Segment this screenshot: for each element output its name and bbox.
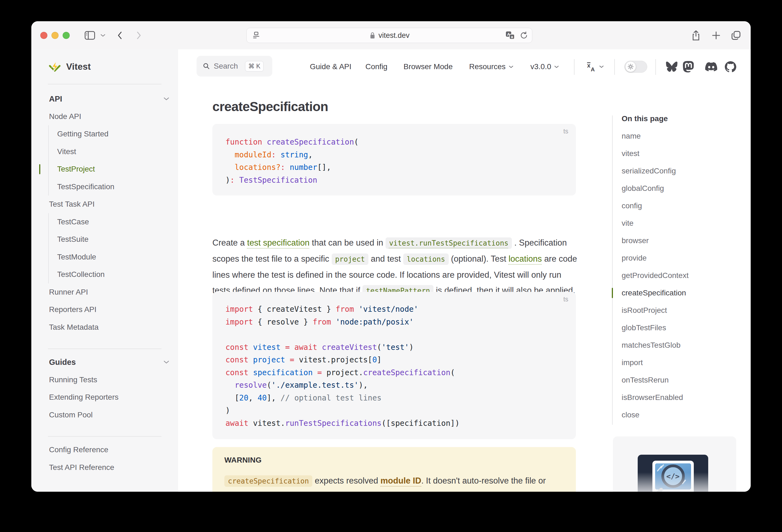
toc-item-browser[interactable]: browser (621, 232, 741, 249)
traffic-light-zoom[interactable] (63, 32, 70, 39)
sidebar-item-custom-pool[interactable]: Custom Pool (31, 406, 178, 424)
inline-code: project (332, 253, 369, 265)
toc-active-marker (612, 288, 613, 298)
back-icon (117, 31, 123, 40)
nav-link-v3-0-0[interactable]: v3.0.0 (530, 49, 559, 84)
theme-toggle[interactable] (624, 61, 647, 73)
code-block-example[interactable]: ts import { createVitest } from 'vitest/… (212, 292, 576, 439)
sidebar-item-running-tests[interactable]: Running Tests (31, 371, 178, 389)
sidebar-item-testcase[interactable]: TestCase (49, 213, 178, 231)
sidebar-item-test-api-reference[interactable]: Test API Reference (31, 459, 178, 476)
toc-item-matchestestglob[interactable]: matchesTestGlob (621, 336, 741, 354)
sidebar-item-label: Custom Pool (49, 411, 93, 419)
code-block-signature[interactable]: ts function createSpecification( moduleI… (212, 124, 576, 196)
tab-overview-button[interactable] (728, 21, 744, 49)
sidebar-divider (48, 349, 162, 349)
reader-view-button[interactable] (252, 31, 261, 40)
nav-link-config[interactable]: Config (365, 49, 387, 84)
address-bar[interactable]: vitest.dev A a (246, 28, 532, 43)
warning-callout: WARNING createSpecification expects reso… (212, 447, 576, 492)
link-locations[interactable]: locations (509, 254, 542, 263)
nav-link-label: Config (365, 62, 387, 71)
toc-item-config[interactable]: config (621, 197, 741, 215)
sidebar-section-api[interactable]: API (31, 90, 178, 108)
toc-item-globalconfig[interactable]: globalConfig (621, 180, 741, 197)
toc-item-createspecification[interactable]: createSpecification (621, 284, 741, 302)
traffic-light-minimize[interactable] (51, 32, 59, 39)
mastodon-link[interactable] (683, 49, 694, 84)
back-button[interactable] (114, 21, 125, 49)
code-link-vitest-runtestspecifications[interactable]: vitest.runTestSpecifications (386, 238, 512, 249)
sidebar-item-test-task-api[interactable]: Test Task API (31, 196, 178, 213)
bluesky-link[interactable] (666, 49, 677, 84)
search-button[interactable]: Search ⌘ K (197, 56, 272, 76)
sidebar-item-task-metadata[interactable]: Task Metadata (31, 319, 178, 336)
svg-text:A: A (591, 66, 595, 72)
sidebar-item-reporters-api[interactable]: Reporters API (31, 301, 178, 319)
sidebar-item-config-reference[interactable]: Config Reference (31, 441, 178, 459)
toc-item-provide[interactable]: provide (621, 249, 741, 267)
vitest-logo-icon (48, 60, 61, 73)
sidebar-item-testsuite[interactable]: TestSuite (49, 230, 178, 248)
sidebar-item-label: Running Tests (49, 376, 97, 384)
toc-indicator-line (612, 115, 613, 425)
discord-link[interactable] (705, 49, 717, 84)
sidebar-toggle-button[interactable] (84, 21, 96, 49)
language-menu-button[interactable]: x A (585, 49, 604, 84)
toc-item-isbrowserenabled[interactable]: isBrowserEnabled (621, 389, 741, 406)
sidebar-group: TestCaseTestSuiteTestModuleTestCollectio… (48, 213, 178, 283)
sidebar-item-testspecification[interactable]: TestSpecification (49, 178, 178, 196)
toc-item-vitest[interactable]: vitest (621, 145, 741, 162)
toc-item-globtestfiles[interactable]: globTestFiles (621, 319, 741, 336)
sidebar-item-getting-started[interactable]: Getting Started (49, 125, 178, 143)
toc-item-isrootproject[interactable]: isRootProject (621, 302, 741, 319)
sidebar-item-runner-api[interactable]: Runner API (31, 283, 178, 301)
translate-page-button[interactable]: A a (505, 31, 515, 40)
code-lines: import { createVitest } from 'vitest/nod… (225, 303, 563, 430)
toc-item-serializedconfig[interactable]: serializedConfig (621, 162, 741, 180)
sidebar-item-label: Node API (49, 112, 81, 121)
text-run: and test (368, 254, 403, 263)
toc-item-import[interactable]: import (621, 354, 741, 371)
toc-item-close[interactable]: close (621, 406, 741, 424)
toc-item-name[interactable]: name (621, 128, 741, 145)
nav-link-label: Guide & API (310, 62, 352, 71)
sidebar-item-node-api[interactable]: Node API (31, 108, 178, 126)
toc-item-ontestsrerun[interactable]: onTestsRerun (621, 371, 741, 389)
forward-button[interactable] (134, 21, 144, 49)
illustration-fade (638, 455, 708, 492)
reload-icon (520, 31, 528, 40)
sidebar-item-testcollection[interactable]: TestCollection (49, 266, 178, 283)
code-line: ) (225, 404, 563, 417)
sidebar-section-guides[interactable]: Guides (31, 353, 178, 371)
code-line: locations?: number[], (225, 161, 563, 174)
chevron-down-icon (554, 65, 559, 69)
sidebar-item-label: Test API Reference (49, 463, 114, 472)
description-paragraph: Create a test specification that can be … (212, 235, 579, 299)
sidebar-item-testmodule[interactable]: TestModule (49, 248, 178, 266)
toc-item-getprovidedcontext[interactable]: getProvidedContext (621, 267, 741, 284)
nav-link-guide-api[interactable]: Guide & API (310, 49, 352, 84)
toc-item-vite[interactable]: vite (621, 215, 741, 232)
text-run: (optional). Test (449, 254, 509, 263)
sponsor-card[interactable]: </> (613, 436, 736, 492)
reload-button[interactable] (520, 31, 528, 40)
new-tab-button[interactable] (709, 21, 723, 49)
sidebar-item-testproject[interactable]: TestProject (49, 161, 178, 178)
page-title: createSpecification (212, 99, 328, 114)
github-link[interactable] (725, 49, 736, 84)
new-tab-plus-icon (711, 31, 721, 40)
vitest-logo[interactable]: Vitest (48, 60, 91, 73)
traffic-light-close[interactable] (40, 32, 47, 39)
tab-group-chevron-button[interactable] (99, 21, 106, 49)
share-button[interactable] (689, 21, 703, 49)
link-module-id[interactable]: module ID (380, 476, 421, 486)
sidebar-item-extending-reporters[interactable]: Extending Reporters (31, 389, 178, 406)
nav-link-resources[interactable]: Resources (469, 49, 514, 84)
inline-code: locations (403, 253, 449, 265)
sidebar-item-vitest[interactable]: Vitest (49, 143, 178, 161)
nav-link-label: v3.0.0 (530, 62, 551, 71)
link-test-specification[interactable]: test specification (247, 238, 310, 247)
nav-link-browser-mode[interactable]: Browser Mode (403, 49, 453, 84)
chevron-down-icon (599, 65, 604, 69)
